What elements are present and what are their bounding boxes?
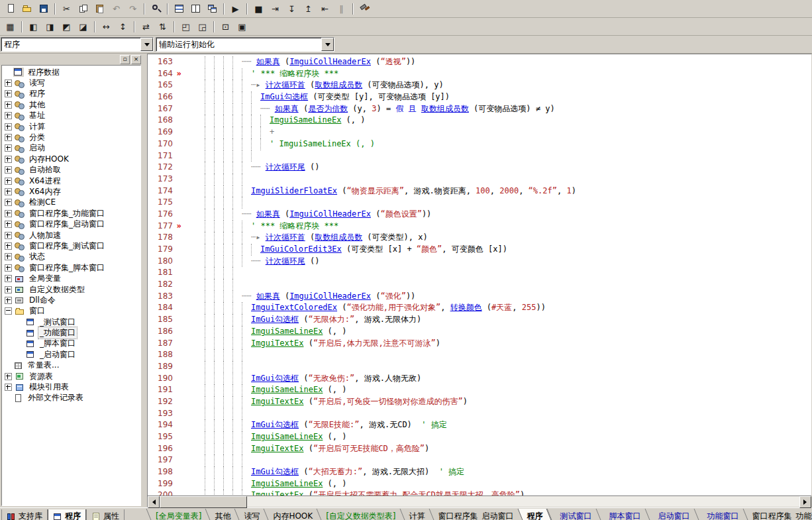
tree-item[interactable]: X64进程 (2, 176, 140, 186)
align-tops-button[interactable]: ◩ (58, 19, 75, 34)
code-line[interactable]: 164»' *** 缩略程序块 *** (148, 68, 811, 80)
tree-item[interactable]: 模块引用表 (2, 382, 140, 392)
panel-dock-button[interactable]: ▫ (120, 55, 130, 64)
expand-icon[interactable] (5, 221, 12, 228)
expand-icon[interactable] (5, 123, 12, 130)
expand-icon[interactable] (5, 275, 12, 282)
expand-icon[interactable] (5, 188, 12, 195)
collapse-icon[interactable] (5, 307, 12, 315)
tree-item[interactable]: 窗口程序集_启动窗口 (2, 219, 140, 229)
step-into-button[interactable]: ↧ (283, 1, 300, 16)
tree-item[interactable]: 基址 (2, 111, 140, 121)
code-line[interactable]: 188 (148, 349, 811, 361)
code-line[interactable]: 192ImguiTextEx (“开启后,可免疫一切怪物对你造成的伤害”) (148, 396, 811, 408)
align-rights-button[interactable]: ◨ (42, 19, 58, 34)
horizontal-scrollbar[interactable] (148, 495, 811, 507)
scrollbar-thumb[interactable] (160, 496, 247, 508)
document-tab[interactable]: 内存HOOK (266, 509, 319, 520)
code-line[interactable]: 179ImGuiColorEdit3Ex (可变类型 [x] + “颜色”, 可… (148, 244, 811, 256)
stop-button[interactable]: ■ (250, 1, 267, 16)
code-line[interactable]: 165┄▸ 计次循环首 (取数组成员数 (可变物品选项), y) (148, 79, 811, 91)
tree-item[interactable]: 自动拾取 (2, 165, 140, 176)
expand-icon[interactable] (5, 90, 12, 97)
tree-item[interactable]: 人物加速 (2, 230, 140, 240)
tree-item[interactable]: 窗口程序集_功能窗口 (2, 208, 140, 219)
subroutine-combo-dropdown-button[interactable] (321, 38, 334, 51)
code-line[interactable]: 163┄┄ 如果真 (ImguiCollHeaderEx (“透视”)) (148, 56, 811, 68)
tree-item[interactable]: Dll命令 (2, 295, 140, 305)
tree-item[interactable]: 自定义数据类型 (2, 284, 140, 295)
code-line[interactable]: 191ImguiSameLineEx (, ) (148, 384, 811, 396)
code-line[interactable]: 176┄┄ 如果真 (ImguiCollHeaderEx (“颜色设置”)) (148, 209, 811, 221)
code-line[interactable]: 167┄┄ 如果真 (是否为倍数 (y, 3) = 假 且 取数组成员数 (可变… (148, 103, 811, 115)
code-line[interactable]: 184ImguiTextColoredEx (“强化功能,用于强化对象”, 转换… (148, 302, 811, 314)
code-line[interactable]: 189 (148, 361, 811, 373)
tree-item[interactable]: _启动窗口 (2, 349, 140, 360)
document-tab[interactable]: _测试窗口 (550, 509, 599, 520)
tree-item[interactable]: 计算 (2, 121, 140, 132)
workspace-tab-library[interactable]: 支持库 (1, 509, 48, 520)
step-over-button[interactable]: ⇥ (267, 1, 283, 16)
tree-item[interactable]: 启动 (2, 143, 140, 154)
tree-item[interactable]: 状态 (2, 252, 140, 262)
subroutine-combo[interactable]: 辅助运行初始化 (156, 37, 334, 52)
expand-icon[interactable] (5, 134, 12, 141)
code-line[interactable]: 166ImGui勾选框 (可变类型 [y], 可变物品选项 [y]) (148, 91, 811, 103)
code-line[interactable]: 200ImguiTextEx (“开启后大招不需要蓄力,配合无CD就是无限大招，… (148, 490, 811, 495)
code-line[interactable]: 180┄┄ 计次循环尾 () (148, 256, 811, 268)
tree-item[interactable]: 程序数据 (2, 67, 140, 78)
tree-item[interactable]: 常量表... (2, 360, 140, 371)
bring-to-front-button[interactable]: ◰ (178, 19, 194, 34)
external-tool-button[interactable] (356, 1, 373, 16)
code-line[interactable]: 173 (148, 174, 811, 185)
document-tab[interactable]: [自定义数据类型表] (319, 509, 402, 520)
panel-close-button[interactable]: × (131, 55, 141, 64)
run-to-cursor-button[interactable]: ⇤ (317, 1, 333, 16)
code-line[interactable]: 177»' *** 缩略程序块 *** (148, 221, 811, 233)
scrollbar-track[interactable] (247, 496, 799, 507)
section-combo-dropdown-button[interactable] (140, 38, 153, 51)
tree-item[interactable]: _功能窗口 (2, 327, 140, 338)
code-line[interactable]: 168ImguiSameLineEx (, ) (148, 115, 811, 127)
tree-item[interactable]: 检测CE (2, 197, 140, 208)
code-line[interactable]: 170' ImguiSameLineEx (, ) (148, 138, 811, 150)
align-lefts-button[interactable]: ◧ (25, 19, 42, 34)
align-bottoms-button[interactable]: ◪ (75, 19, 91, 34)
code-line[interactable]: 172┄┄ 计次循环尾 () (148, 162, 811, 174)
code-line[interactable]: 197 (148, 454, 811, 466)
document-tab[interactable]: 窗口程序集_启动窗口 (432, 509, 521, 520)
expand-icon[interactable] (5, 264, 12, 272)
code-line[interactable]: 182 (148, 279, 811, 291)
expand-icon[interactable] (5, 166, 12, 174)
cut-button[interactable]: ✂ (58, 1, 75, 16)
tree-item[interactable]: 分类 (2, 132, 140, 142)
expand-icon[interactable] (5, 178, 12, 185)
expand-icon[interactable] (5, 101, 12, 109)
tree-item[interactable]: 窗口程序集_测试窗口 (2, 240, 140, 251)
code-line[interactable]: 195ImguiSameLineEx (, ) (148, 431, 811, 443)
panel-splitter[interactable] (142, 54, 147, 507)
scroll-left-button[interactable] (148, 496, 160, 508)
expand-icon[interactable] (5, 199, 12, 206)
code-line[interactable]: 185ImGui勾选框 (“无限体力:”, 游戏.无限体力) (148, 314, 811, 326)
expand-icon[interactable] (5, 232, 12, 239)
document-tab[interactable]: [全局变量表] (149, 509, 208, 520)
document-tab[interactable]: 其他 (208, 509, 237, 520)
form-grid-button[interactable]: ▦ (2, 19, 19, 34)
tree-item[interactable]: 读写 (2, 78, 140, 88)
send-to-back-button[interactable]: ◲ (194, 19, 211, 34)
expand-icon[interactable] (5, 297, 12, 304)
document-tab[interactable]: _脚本窗口 (599, 509, 648, 520)
document-tab[interactable]: 程序 (521, 509, 550, 520)
tree-item[interactable]: 外部文件记录表 (2, 393, 140, 403)
code-line[interactable]: 171 (148, 150, 811, 162)
tree-item[interactable]: 内存HOOK (2, 154, 140, 164)
vertical-spacing-button[interactable]: ⇅ (154, 19, 171, 34)
step-out-button[interactable]: ↥ (300, 1, 317, 16)
horizontal-spacing-button[interactable]: ⇄ (138, 19, 154, 34)
code-line[interactable]: 194ImGui勾选框 (“无限E技能:”, 游戏.无CD) ' 搞定 (148, 419, 811, 431)
find-button[interactable] (148, 1, 164, 16)
tree-item[interactable]: 资源表 (2, 371, 140, 382)
run-button[interactable]: ▶ (227, 1, 244, 16)
section-combo[interactable]: 程序 (1, 37, 154, 52)
